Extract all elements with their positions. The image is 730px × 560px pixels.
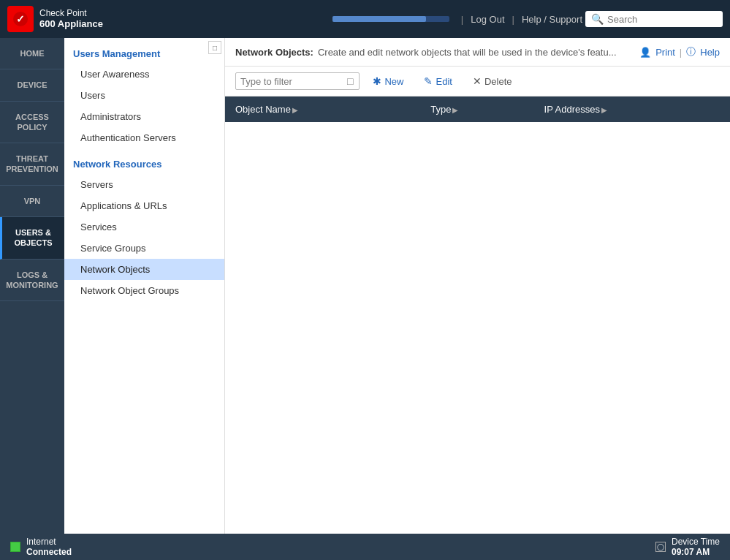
filter-input-wrap: □ [235,72,360,90]
sidebar-item-services[interactable]: Services [64,216,224,238]
sort-indicator-ip: ▶ [601,106,607,114]
col-ip-addresses: IP Addresses▶ [534,97,730,122]
network-objects-table: Object Name▶ Type▶ IP Addresses▶ [225,97,730,122]
status-right: ◯ Device Time 09:07 AM [655,537,720,557]
sort-indicator-type: ▶ [452,106,458,114]
nav-item-access-policy[interactable]: ACCESS POLICY [0,102,64,144]
search-box: 🔍 [585,11,723,27]
left-nav: HOME DEVICE ACCESS POLICY THREAT PREVENT… [0,38,64,534]
logo-icon: ✓ [7,6,34,32]
content-toolbar: □ ✱ New ✎ Edit ✕ Delete [225,67,730,97]
sidebar-item-servers[interactable]: Servers [64,174,224,195]
status-left: Internet Connected [10,537,72,557]
sidebar-section-network-resources: Network Resources [64,148,224,174]
col-type: Type▶ [420,97,533,122]
new-button[interactable]: ✱ New [365,72,411,90]
help-link[interactable]: Help [700,47,720,58]
status-bar: Internet Connected ◯ Device Time 09:07 A… [0,534,730,560]
sidebar-item-users[interactable]: Users [64,85,224,106]
nav-item-users-objects[interactable]: USERS & OBJECTS [0,217,64,260]
nav-item-vpn[interactable]: VPN [0,186,64,217]
logo-text: Check Point 600 Appliance [39,8,103,30]
filter-clear-button[interactable]: □ [346,75,354,87]
delete-label: Delete [484,76,512,87]
new-icon: ✱ [373,75,381,87]
device-time-label: Device Time [672,537,720,547]
clock-icon: ◯ [655,542,666,552]
edit-button[interactable]: ✎ Edit [417,72,459,90]
topbar-actions: 👤 Print | ⓘ Help [639,45,720,58]
new-label: New [384,76,403,87]
device-time-value: 09:07 AM [672,547,710,557]
svg-text:✓: ✓ [16,13,25,25]
nav-item-home[interactable]: HOME [0,38,64,69]
sort-indicator-name: ▶ [292,106,298,114]
delete-icon: ✕ [473,75,482,87]
sidebar-section-users-management: Users Management [64,38,224,64]
progress-bar-fill [332,16,426,22]
topbar-sep-1: | [680,47,682,58]
table-header-row: Object Name▶ Type▶ IP Addresses▶ [225,97,730,122]
separator-1: | [461,14,463,25]
connection-indicator [10,542,20,552]
sidebar-item-network-object-groups[interactable]: Network Object Groups [64,280,224,301]
progress-bar [332,16,449,22]
logo-line2: 600 Appliance [39,18,103,30]
device-time-info: Device Time 09:07 AM [672,537,720,557]
sidebar-item-network-objects[interactable]: Network Objects [64,259,224,280]
nav-item-device[interactable]: DEVICE [0,69,64,101]
sidebar-collapse-button[interactable]: □ [208,41,221,54]
main-content: Network Objects: Create and edit network… [225,38,730,534]
breadcrumb-section: Network Objects: [235,47,313,58]
search-input[interactable] [607,14,717,25]
logo-line1: Check Point [39,8,103,18]
help-support-link[interactable]: Help / Support [519,14,585,25]
edit-icon: ✎ [424,75,433,87]
content-topbar: Network Objects: Create and edit network… [225,38,730,67]
top-header: ✓ Check Point 600 Appliance | Log Out | … [0,0,730,38]
second-sidebar: □ Users Management User Awareness Users … [64,38,225,534]
sidebar-item-authentication-servers[interactable]: Authentication Servers [64,127,224,148]
connection-status: Connected [26,547,72,557]
sidebar-item-service-groups[interactable]: Service Groups [64,238,224,259]
col-object-name: Object Name▶ [225,97,420,122]
delete-button[interactable]: ✕ Delete [465,72,520,90]
logo-area: ✓ Check Point 600 Appliance [7,6,110,32]
connection-label: Internet [26,537,56,547]
print-link[interactable]: Print [655,47,675,58]
logout-link[interactable]: Log Out [468,14,507,25]
breadcrumb-description: Create and edit network objects that wil… [318,47,617,58]
main-layout: HOME DEVICE ACCESS POLICY THREAT PREVENT… [0,38,730,534]
filter-input[interactable] [240,76,343,87]
edit-label: Edit [436,76,452,87]
sidebar-item-applications-urls[interactable]: Applications & URLs [64,195,224,216]
nav-item-logs-monitoring[interactable]: LOGS & MONITORING [0,260,64,302]
separator-2: | [512,14,514,25]
nav-item-threat-prevention[interactable]: THREAT PREVENTION [0,143,64,186]
person-icon: 👤 [639,47,651,58]
content-table: Object Name▶ Type▶ IP Addresses▶ [225,97,730,534]
connection-info: Internet Connected [26,537,72,557]
sidebar-item-user-awareness[interactable]: User Awareness [64,64,224,85]
sidebar-item-administrators[interactable]: Administrators [64,106,224,127]
help-icon: ⓘ [686,45,696,58]
search-icon: 🔍 [591,13,604,25]
